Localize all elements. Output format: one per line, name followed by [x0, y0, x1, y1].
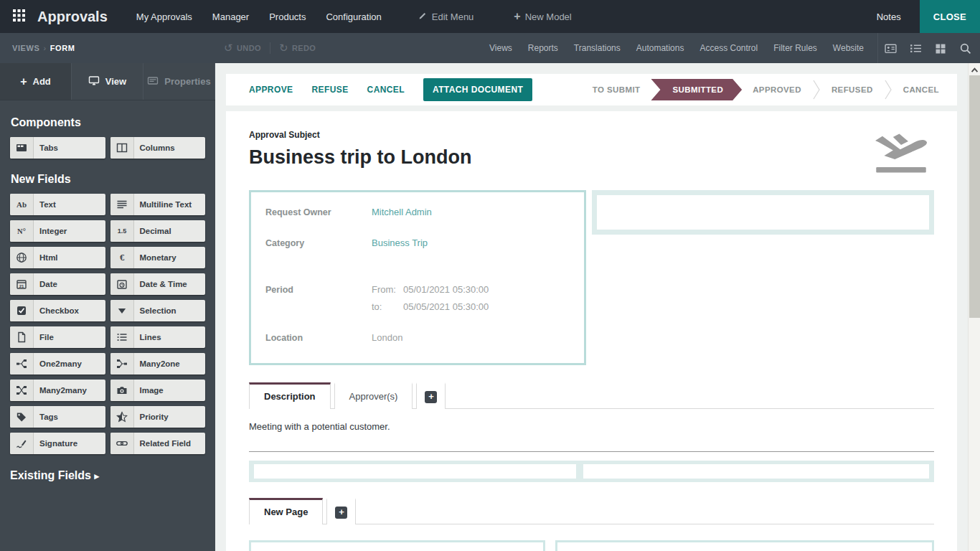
- status-submitted[interactable]: SUBMITTED: [651, 79, 742, 100]
- new-field-priority[interactable]: Priority: [110, 406, 206, 428]
- apps-menu-button[interactable]: [0, 9, 37, 24]
- add-tab-button[interactable]: +: [326, 498, 356, 524]
- nav-configuration[interactable]: Configuration: [326, 11, 381, 22]
- form-editor-canvas: APPROVE REFUSE CANCEL ATTACH DOCUMENT TO…: [215, 63, 968, 551]
- plus-icon: +: [20, 75, 27, 88]
- existing-fields-toggle[interactable]: Existing Fields ▸: [10, 469, 205, 482]
- empty-field-dropzone[interactable]: [583, 464, 929, 479]
- new-field-selection[interactable]: Selection: [110, 300, 206, 321]
- nav-my-approvals[interactable]: My Approvals: [136, 11, 192, 22]
- form-sheet: Approval Subject Business trip to London…: [226, 111, 957, 551]
- new-field-image[interactable]: Image: [110, 380, 206, 401]
- new-field-decimal[interactable]: 1.5 Decimal: [110, 220, 206, 242]
- top-navbar: Approvals My Approvals Manager Products …: [0, 0, 980, 33]
- sidebar-tab-add[interactable]: + Add: [0, 63, 72, 100]
- chevron-separator-icon: [884, 79, 892, 100]
- empty-group-dropzone[interactable]: [555, 540, 934, 551]
- contacts-card-icon[interactable]: [885, 42, 897, 55]
- new-field-many2many[interactable]: Many2many: [10, 380, 105, 401]
- subject-field-value[interactable]: Business trip to London: [249, 146, 934, 169]
- component-tabs[interactable]: Tabs: [10, 137, 105, 159]
- nav-products[interactable]: Products: [269, 11, 306, 22]
- many2many-field-icon: [10, 380, 34, 401]
- toolbar-tab-automations[interactable]: Automations: [636, 43, 684, 53]
- toolbar-tab-filter-rules[interactable]: Filter Rules: [773, 43, 817, 53]
- new-field-monetary[interactable]: € Monetary: [110, 247, 206, 268]
- monitor-icon: [88, 75, 100, 88]
- tab-description[interactable]: Description: [249, 382, 331, 409]
- signature-field-icon: [10, 433, 34, 454]
- list-view-icon[interactable]: [910, 42, 922, 55]
- tab-new-page[interactable]: New Page: [249, 498, 323, 524]
- new-field-checkbox[interactable]: Checkbox: [10, 300, 105, 321]
- attach-document-button[interactable]: ATTACH DOCUMENT: [423, 78, 532, 101]
- close-studio-button[interactable]: CLOSE: [920, 0, 980, 33]
- toolbar-tab-access-control[interactable]: Access Control: [699, 43, 758, 53]
- notes-button[interactable]: Notes: [877, 11, 901, 22]
- nav-manager[interactable]: Manager: [212, 11, 249, 22]
- new-field-integer[interactable]: N° Integer: [10, 220, 105, 242]
- new-field-text[interactable]: Ab Text: [10, 194, 105, 215]
- cancel-button[interactable]: CANCEL: [367, 85, 405, 95]
- sidebar-tab-properties[interactable]: Properties: [143, 63, 215, 100]
- search-icon[interactable]: [959, 42, 971, 55]
- request-owner-label: Request Owner: [265, 207, 372, 217]
- toolbar-tab-views[interactable]: Views: [489, 43, 512, 53]
- new-field-many2one[interactable]: Many2one: [110, 353, 206, 375]
- undo-button[interactable]: ↺ UNDO: [224, 42, 261, 55]
- empty-column-dropzone[interactable]: [592, 190, 934, 235]
- status-refused[interactable]: REFUSED: [821, 85, 884, 94]
- new-field-one2many[interactable]: One2many: [10, 353, 105, 375]
- toolbar-tab-website[interactable]: Website: [833, 43, 864, 53]
- kanban-view-icon[interactable]: [935, 42, 946, 54]
- component-columns[interactable]: Columns: [110, 137, 206, 159]
- new-field-signature[interactable]: Signature: [10, 433, 105, 454]
- checkbox-field-icon: [10, 300, 34, 321]
- scrollbar-thumb[interactable]: [969, 75, 980, 318]
- studio-toolbar: VIEWS›FORM ↺ UNDO ↻ REDO Views Reports T…: [0, 33, 980, 63]
- period-from-value: 05/01/2021 05:30:00: [403, 284, 489, 295]
- toolbar-tab-translations[interactable]: Translations: [574, 43, 621, 53]
- form-statusbar: APPROVE REFUSE CANCEL ATTACH DOCUMENT TO…: [226, 74, 957, 105]
- related-field-icon: [110, 433, 134, 454]
- new-model-button[interactable]: + New Model: [514, 10, 571, 23]
- empty-group-dropzone[interactable]: [249, 540, 545, 551]
- period-value[interactable]: From: 05/01/2021 05:30:00 to: 05/05/2021…: [372, 284, 489, 312]
- undo-icon: ↺: [224, 42, 233, 55]
- status-approved[interactable]: APPROVED: [742, 85, 812, 94]
- field-row-category: Category Business Trip: [265, 237, 571, 248]
- status-to-submit[interactable]: TO SUBMIT: [582, 85, 651, 94]
- new-field-related[interactable]: Related Field: [110, 433, 206, 454]
- new-field-lines[interactable]: Lines: [110, 326, 206, 348]
- empty-field-dropzone[interactable]: [254, 464, 576, 479]
- studio-sidebar: + Add View Prope: [0, 63, 215, 551]
- vertical-scrollbar[interactable]: [968, 63, 980, 551]
- redo-button[interactable]: ↻ REDO: [279, 42, 316, 55]
- one2many-field-icon: [10, 353, 34, 375]
- status-cancel[interactable]: CANCEL: [892, 85, 950, 94]
- location-label: Location: [265, 332, 372, 343]
- refuse-button[interactable]: REFUSE: [311, 85, 348, 95]
- breadcrumb-views[interactable]: VIEWS: [12, 44, 39, 52]
- scroll-up-arrow[interactable]: [970, 63, 979, 75]
- field-row-request-owner: Request Owner Mitchell Admin: [265, 207, 571, 217]
- new-field-datetime[interactable]: Date & Time: [110, 273, 206, 295]
- tab-approvers[interactable]: Approver(s): [334, 382, 413, 409]
- approve-button[interactable]: APPROVE: [249, 85, 293, 95]
- new-field-tags[interactable]: Tags: [10, 406, 105, 428]
- sidebar-tab-view[interactable]: View: [72, 63, 143, 100]
- field-group[interactable]: Request Owner Mitchell Admin Category Bu…: [249, 190, 586, 365]
- request-owner-value[interactable]: Mitchell Admin: [372, 207, 432, 217]
- new-field-multiline-text[interactable]: Multiline Text: [110, 194, 206, 215]
- category-value[interactable]: Business Trip: [372, 237, 428, 248]
- location-value[interactable]: London: [372, 332, 402, 343]
- field-row-location: Location London: [265, 332, 571, 343]
- new-field-date[interactable]: 21 Date: [10, 273, 105, 295]
- new-field-html[interactable]: Html: [10, 247, 105, 268]
- add-tab-button[interactable]: +: [416, 382, 446, 409]
- breadcrumb-form: FORM: [50, 44, 75, 52]
- new-field-file[interactable]: File: [10, 326, 105, 348]
- chevron-separator-icon: [812, 79, 821, 100]
- toolbar-tab-reports[interactable]: Reports: [528, 43, 558, 53]
- edit-menu-button[interactable]: Edit Menu: [418, 11, 474, 23]
